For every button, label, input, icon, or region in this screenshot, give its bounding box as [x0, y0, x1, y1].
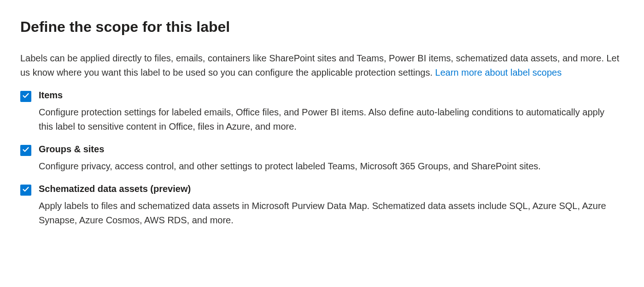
scope-option-schematized: Schematized data assets (preview) Apply … — [20, 184, 624, 227]
option-content: Schematized data assets (preview) Apply … — [39, 184, 624, 227]
option-desc-groups-sites: Configure privacy, access control, and o… — [39, 159, 619, 173]
option-title-items: Items — [39, 90, 624, 101]
option-title-schematized: Schematized data assets (preview) — [39, 184, 624, 194]
scope-option-groups-sites: Groups & sites Configure privacy, access… — [20, 144, 624, 173]
option-content: Items Configure protection settings for … — [39, 90, 624, 134]
option-content: Groups & sites Configure privacy, access… — [39, 144, 624, 173]
scope-option-items: Items Configure protection settings for … — [20, 90, 624, 134]
page-title: Define the scope for this label — [20, 18, 624, 36]
checkbox-items[interactable] — [20, 91, 31, 102]
learn-more-link[interactable]: Learn more about label scopes — [435, 67, 562, 78]
checkmark-icon — [22, 146, 29, 155]
checkbox-schematized[interactable] — [20, 185, 31, 196]
checkbox-groups-sites[interactable] — [20, 145, 31, 156]
checkmark-icon — [22, 92, 29, 101]
option-title-groups-sites: Groups & sites — [39, 144, 624, 155]
checkmark-icon — [22, 185, 29, 195]
option-desc-schematized: Apply labels to files and schematized da… — [39, 199, 619, 227]
option-desc-items: Configure protection settings for labele… — [39, 105, 619, 134]
intro-paragraph: Labels can be applied directly to files,… — [20, 51, 624, 80]
